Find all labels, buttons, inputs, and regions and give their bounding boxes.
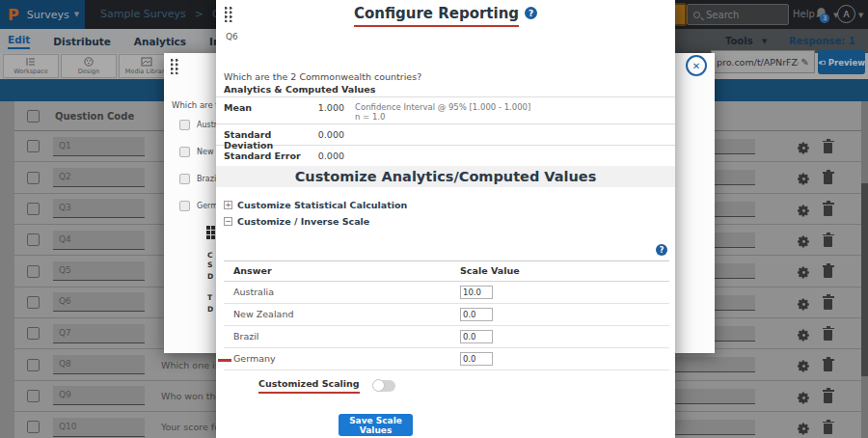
stat-row-stddev: Standard Deviation 0.000 bbox=[216, 123, 675, 145]
stat-row-mean: Mean 1.000 Confidence Interval @ 95% [1.… bbox=[216, 96, 675, 123]
question-code-label: Q6 bbox=[226, 32, 238, 41]
truncated-label: D bbox=[207, 305, 213, 314]
table-grid-icon bbox=[206, 226, 210, 230]
section-heading-customize: Customize Analytics/Computed Values bbox=[216, 166, 675, 187]
option-checkbox[interactable] bbox=[179, 201, 190, 211]
stat-label: Mean bbox=[224, 102, 312, 113]
column-answer: Answer bbox=[233, 265, 272, 276]
sample-size: n = 1.0 bbox=[355, 112, 385, 122]
stats-table: Mean 1.000 Confidence Interval @ 95% [1.… bbox=[216, 96, 675, 166]
modal-title: Configure Reporting bbox=[354, 5, 519, 27]
scale-row: Germany bbox=[224, 348, 669, 370]
toggle-knob[interactable] bbox=[372, 379, 385, 392]
stat-label: Standard Deviation bbox=[224, 129, 312, 151]
stat-value: 1.000 bbox=[312, 102, 344, 113]
truncated-label: T bbox=[207, 293, 212, 302]
answer-label: Germany bbox=[233, 353, 276, 364]
scale-value-input[interactable] bbox=[460, 330, 493, 343]
column-scale-value: Scale Value bbox=[460, 265, 520, 276]
expander-label: Customize / Inverse Scale bbox=[237, 216, 369, 227]
confidence-interval: Confidence Interval @ 95% [1.000 - 1.000… bbox=[355, 102, 530, 112]
scale-value-input[interactable] bbox=[460, 286, 493, 299]
expander-inverse-scale[interactable]: − Customize / Inverse Scale bbox=[224, 216, 369, 227]
option-checkbox[interactable] bbox=[179, 120, 190, 130]
collapse-minus-icon[interactable]: − bbox=[224, 217, 232, 226]
save-scale-values-button[interactable]: Save Scale Values bbox=[339, 414, 413, 436]
truncated-label: C bbox=[207, 251, 213, 260]
section-heading: Analytics & Computed Values bbox=[224, 84, 375, 95]
customized-scaling-label: Customized Scaling bbox=[258, 378, 360, 394]
scale-table-header: Answer Scale Value bbox=[224, 261, 669, 282]
expander-statistical-calculation[interactable]: + Customize Statistical Calculation bbox=[224, 200, 407, 210]
red-underline-fragment bbox=[218, 359, 231, 362]
drag-handle-icon[interactable] bbox=[170, 58, 179, 74]
stat-label: Standard Error bbox=[224, 151, 312, 161]
answer-label: Brazil bbox=[233, 331, 259, 342]
scale-value-input[interactable] bbox=[460, 352, 493, 366]
scale-value-table: Answer Scale Value Australia New Zealand… bbox=[224, 260, 669, 370]
app-screen: P Surveys ▼ Sample Surveys > Qu Help 3 ▼… bbox=[0, 0, 868, 438]
scale-row: Australia bbox=[224, 282, 669, 304]
customized-scaling-toggle[interactable] bbox=[373, 380, 395, 392]
scale-row: Brazil bbox=[224, 326, 669, 348]
close-icon[interactable]: ✕ bbox=[686, 55, 707, 76]
option-label: Brazil bbox=[197, 175, 218, 183]
help-icon[interactable]: ? bbox=[525, 7, 537, 19]
question-text: Which are the 2 Commonwealth countries? bbox=[224, 71, 421, 82]
option-checkbox[interactable] bbox=[179, 174, 190, 184]
stat-value: 0.000 bbox=[312, 151, 344, 161]
truncated-label: D bbox=[207, 272, 213, 281]
answer-label: New Zealand bbox=[233, 309, 293, 319]
scale-value-input[interactable] bbox=[460, 308, 493, 321]
scale-row: New Zealand bbox=[224, 304, 669, 326]
stat-notes: Confidence Interval @ 95% [1.000 - 1.000… bbox=[355, 102, 530, 122]
truncated-label: S bbox=[207, 260, 212, 269]
expander-label: Customize Statistical Calculation bbox=[237, 200, 407, 210]
help-icon[interactable]: ? bbox=[656, 244, 667, 256]
option-checkbox[interactable] bbox=[179, 147, 190, 157]
answer-label: Australia bbox=[233, 287, 274, 297]
answer-option[interactable]: Brazil bbox=[179, 174, 218, 184]
stat-value: 0.000 bbox=[312, 129, 344, 140]
configure-reporting-modal: Configure Reporting ? Q6 Which are the 2… bbox=[216, 0, 675, 438]
expand-plus-icon[interactable]: + bbox=[224, 201, 232, 209]
